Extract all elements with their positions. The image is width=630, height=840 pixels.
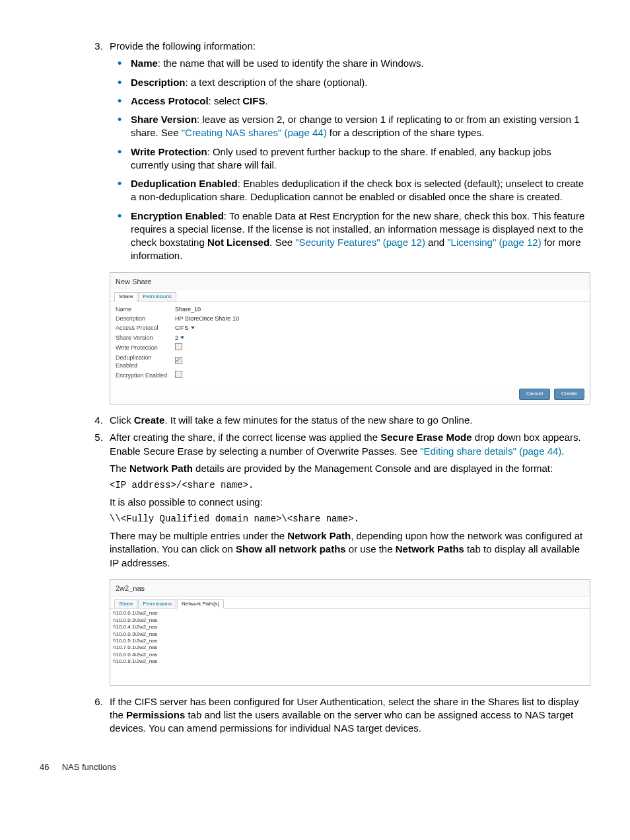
new-share-panel: New Share Share Permissions Name Share_1…: [110, 272, 590, 405]
bullet-ap-text: : select: [209, 95, 243, 106]
bullet-ee-text2: . See: [269, 237, 295, 248]
row-access-protocol: Access Protocol CIFS: [116, 323, 584, 332]
step-5-p2c: details are provided by the Management C…: [193, 463, 553, 474]
new-share-actions: Cancel Create: [110, 385, 590, 404]
label-share-version: Share Version: [116, 334, 175, 342]
step-4-c: . It will take a few minutes for the sta…: [164, 414, 472, 426]
tab-share-2[interactable]: Share: [114, 599, 137, 609]
bullet-dedup-enabled: Deduplication Enabled: Enables deduplica…: [131, 177, 590, 204]
network-paths-title: 2w2_nas: [110, 580, 590, 597]
step-5-p4a: There may be multiple entries under the: [110, 530, 287, 541]
step-5-p3: It is also possible to connect using:: [110, 496, 590, 509]
chevron-down-icon: [180, 336, 184, 339]
label-dedup-enabled: Deduplication Enabled: [116, 354, 175, 369]
create-button[interactable]: Create: [554, 389, 584, 400]
ordered-steps: Provide the following information: Name:…: [40, 40, 590, 735]
step-5-p4b: Network Path: [287, 530, 351, 541]
checkbox-write-protection[interactable]: [175, 343, 182, 350]
new-share-title: New Share: [110, 273, 590, 290]
select-access-protocol[interactable]: CIFS: [175, 324, 248, 332]
link-editing-share-details[interactable]: "Editing share details" (page 44): [420, 445, 561, 457]
label-name: Name: [116, 305, 175, 313]
checkbox-dedup-enabled[interactable]: [175, 357, 182, 364]
list-item: \\10.0.0.1\2w2_nas: [113, 610, 587, 617]
select-share-version[interactable]: 2: [175, 334, 248, 342]
label-encryption-enabled: Encryption Enabled: [116, 371, 175, 379]
list-item: \\10.0.8.1\2w2_nas: [113, 658, 587, 665]
code-fqdn-format: \\<Fully Qualified domain name>\<share n…: [110, 513, 590, 525]
bullet-name-text: : the name that will be used to identify…: [158, 57, 424, 69]
section-title: NAS functions: [62, 762, 116, 772]
bullet-ap-label: Access Protocol: [131, 95, 209, 106]
step-5: After creating the share, if the correct…: [106, 431, 590, 685]
bullet-sv-label: Share Version: [131, 114, 197, 125]
step-5-p2b: Network Path: [129, 463, 193, 474]
list-item: \\10.0.4.1\2w2_nas: [113, 624, 587, 630]
bullet-share-version: Share Version: leave as version 2, or ch…: [131, 113, 590, 140]
label-description: Description: [116, 315, 175, 323]
bullet-encryption-enabled: Encryption Enabled: To enable Data at Re…: [131, 210, 590, 263]
bullet-ee-text3: and: [425, 237, 447, 248]
network-paths-tabs: Share Permissions Network Path(s): [110, 597, 590, 609]
new-share-body: Name Share_10 Description HP StoreOnce S…: [110, 302, 590, 385]
list-item: \\10.0.0.4\2w2_nas: [113, 652, 587, 658]
label-access-protocol: Access Protocol: [116, 324, 175, 332]
step-6: If the CIFS server has been configured f…: [106, 695, 590, 736]
tab-permissions[interactable]: Permissions: [138, 292, 176, 301]
bullet-name-label: Name: [131, 57, 158, 69]
bullet-description: Description: a text description of the s…: [131, 76, 590, 89]
tab-share[interactable]: Share: [114, 292, 137, 302]
row-name: Name Share_10: [116, 305, 584, 314]
row-write-protection: Write Protection: [116, 342, 584, 353]
checkbox-encryption-enabled[interactable]: [175, 371, 182, 378]
bullet-de-label: Deduplication Enabled: [131, 178, 238, 189]
select-access-protocol-value: CIFS: [175, 324, 189, 332]
bullet-ee-nl: Not Licensed: [207, 237, 269, 248]
step-5-p4e: or use the: [346, 543, 396, 554]
step-5-p2: The Network Path details are provided by…: [110, 462, 590, 475]
step-5-b: Secure Erase Mode: [380, 432, 472, 443]
step-3-bullets: Name: the name that will be used to iden…: [110, 57, 590, 262]
step-6-b: Permissions: [126, 709, 185, 720]
network-paths-panel: 2w2_nas Share Permissions Network Path(s…: [110, 579, 590, 686]
cancel-button[interactable]: Cancel: [519, 389, 550, 400]
bullet-access-protocol: Access Protocol: select CIFS.: [131, 95, 590, 108]
step-4: Click Create. It will take a few minutes…: [106, 414, 590, 427]
row-dedup-enabled: Deduplication Enabled: [116, 353, 584, 370]
bullet-sv-text2: for a description of the share types.: [327, 127, 484, 138]
tab-network-paths[interactable]: Network Path(s): [177, 599, 224, 609]
step-3-intro: Provide the following information:: [110, 40, 256, 52]
value-description[interactable]: HP StoreOnce Share 10: [175, 315, 248, 323]
bullet-write-protection: Write Protection: Only used to prevent f…: [131, 145, 590, 172]
bullet-desc-text: : a text description of the share (optio…: [186, 77, 368, 88]
step-5-p4: There may be multiple entries under the …: [110, 529, 590, 570]
row-description: Description HP StoreOnce Share 10: [116, 314, 584, 323]
step-4-b: Create: [134, 414, 165, 426]
list-item: \\10.7.0.1\2w2_nas: [113, 644, 587, 651]
row-encryption-enabled: Encryption Enabled: [116, 370, 584, 381]
select-share-version-value: 2: [175, 334, 178, 342]
bullet-ap-after: .: [265, 95, 267, 106]
step-5-d: .: [561, 445, 564, 457]
step-5-a: After creating the share, if the correct…: [110, 432, 380, 443]
row-share-version: Share Version 2: [116, 333, 584, 342]
bullet-wp-label: Write Protection: [131, 146, 207, 157]
page-footer: 46 NAS functions: [40, 761, 590, 773]
value-name[interactable]: Share_10: [175, 305, 248, 313]
tab-permissions-2[interactable]: Permissions: [138, 599, 176, 609]
label-write-protection: Write Protection: [116, 344, 175, 352]
link-creating-nas-shares[interactable]: "Creating NAS shares" (page 44): [182, 127, 327, 138]
list-item: \\10.0.0.3\2w2_nas: [113, 631, 587, 638]
bullet-ap-val: CIFS: [242, 95, 265, 106]
link-licensing[interactable]: "Licensing" (page 12): [447, 237, 541, 248]
bullet-ee-label: Encryption Enabled: [131, 210, 224, 221]
link-security-features[interactable]: "Security Features" (page 12): [295, 237, 425, 248]
step-5-p4f: Network Paths: [396, 543, 464, 554]
step-5-p4d: Show all network paths: [236, 543, 346, 554]
step-3: Provide the following information: Name:…: [106, 40, 590, 404]
list-item: \\10.0.0.2\2w2_nas: [113, 617, 587, 624]
code-ip-format: <IP address>/<share name>.: [110, 479, 590, 492]
chevron-down-icon: [191, 326, 195, 329]
step-5-p2a: The: [110, 463, 129, 474]
bullet-name: Name: the name that will be used to iden…: [131, 57, 590, 70]
